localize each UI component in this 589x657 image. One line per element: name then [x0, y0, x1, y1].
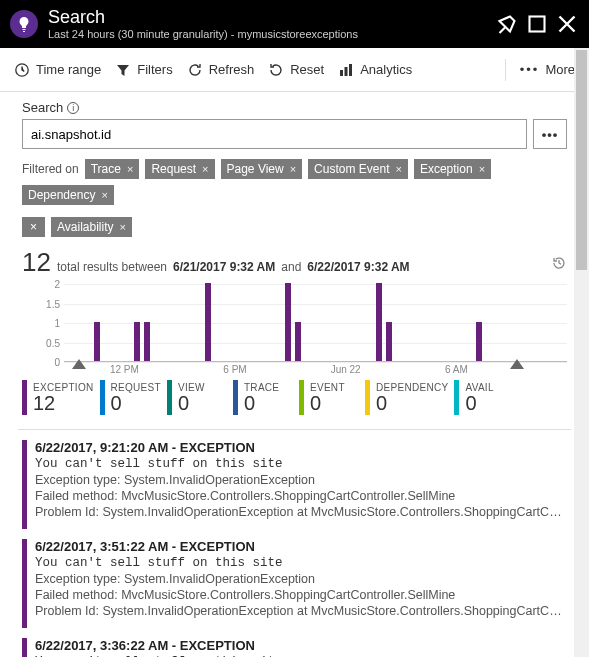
refresh-label: Refresh [209, 62, 255, 77]
history-icon[interactable] [551, 255, 567, 274]
info-icon[interactable]: i [67, 102, 79, 114]
filter-chip-x[interactable]: × [22, 217, 45, 237]
chart-bar[interactable] [376, 283, 382, 361]
filter-chips-row: Filtered on Trace×Request×Page View×Cust… [22, 159, 567, 237]
chip-label: Availability [57, 220, 113, 234]
close-button[interactable] [555, 12, 579, 36]
legend-count: 0 [465, 393, 514, 413]
chip-remove-icon[interactable]: × [101, 189, 107, 201]
timeline-chart[interactable]: 00.511.52 12 PM6 PMJun 226 AM [22, 284, 567, 372]
filter-chip[interactable]: Exception× [414, 159, 491, 179]
legend-count: 0 [178, 393, 227, 413]
result-heading: 6/22/2017, 3:36:22 AM - EXCEPTION [35, 638, 567, 653]
clock-icon [14, 62, 30, 78]
result-message: You can't sell stuff on this site [35, 556, 567, 570]
chart-xtick: Jun 22 [331, 364, 361, 375]
result-exception-type: Exception type: System.InvalidOperationE… [35, 473, 567, 487]
chip-remove-icon[interactable]: × [127, 163, 133, 175]
filters-button[interactable]: Filters [115, 62, 172, 78]
filter-chip[interactable]: Availability× [51, 217, 132, 237]
search-options-button[interactable]: ••• [533, 119, 567, 149]
chart-bar[interactable] [134, 322, 140, 361]
result-heading: 6/22/2017, 3:51:22 AM - EXCEPTION [35, 539, 567, 554]
search-label: Search i [22, 100, 567, 115]
result-item[interactable]: 6/22/2017, 3:51:22 AM - EXCEPTIONYou can… [22, 539, 567, 628]
insights-icon [10, 10, 38, 38]
chart-bar[interactable] [285, 283, 291, 361]
time-range-label: Time range [36, 62, 101, 77]
chip-label: Page View [227, 162, 284, 176]
results-divider [18, 429, 571, 430]
legend-item[interactable]: TRACE0 [233, 380, 293, 415]
analytics-icon [338, 62, 354, 78]
legend-count: 0 [310, 393, 359, 413]
filters-label: Filters [137, 62, 172, 77]
chart-xtick: 6 AM [445, 364, 468, 375]
chip-remove-icon[interactable]: × [202, 163, 208, 175]
result-item[interactable]: 6/22/2017, 3:36:22 AM - EXCEPTIONYou can… [22, 638, 567, 657]
search-input[interactable] [22, 119, 527, 149]
chart-bar[interactable] [144, 322, 150, 361]
filter-chip[interactable]: Request× [145, 159, 214, 179]
legend-count: 12 [33, 393, 94, 413]
refresh-button[interactable]: Refresh [187, 62, 255, 78]
svg-rect-0 [530, 17, 545, 32]
filter-icon [115, 62, 131, 78]
legend-item[interactable]: EVENT0 [299, 380, 359, 415]
chart-bar[interactable] [205, 283, 211, 361]
pin-button[interactable] [495, 12, 519, 36]
refresh-icon [187, 62, 203, 78]
chip-remove-icon[interactable]: × [290, 163, 296, 175]
toolbar: Time range Filters Refresh Reset Analyti… [0, 48, 589, 92]
result-problem-id: Problem Id: System.InvalidOperationExcep… [35, 604, 567, 618]
more-button[interactable]: ••• More [520, 62, 575, 77]
result-heading: 6/22/2017, 9:21:20 AM - EXCEPTION [35, 440, 567, 455]
chart-plot [64, 284, 567, 362]
chip-label: Exception [420, 162, 473, 176]
legend-item[interactable]: VIEW0 [167, 380, 227, 415]
result-failed-method: Failed method: MvcMusicStore.Controllers… [35, 588, 567, 602]
reset-button[interactable]: Reset [268, 62, 324, 78]
time-range-button[interactable]: Time range [14, 62, 101, 78]
legend-item[interactable]: AVAIL0 [454, 380, 514, 415]
window-header: Search Last 24 hours (30 minute granular… [0, 0, 589, 48]
chart-bar[interactable] [476, 322, 482, 361]
chart-yaxis: 00.511.52 [22, 284, 62, 362]
chip-label: Dependency [28, 188, 95, 202]
result-failed-method: Failed method: MvcMusicStore.Controllers… [35, 489, 567, 503]
analytics-button[interactable]: Analytics [338, 62, 412, 78]
chart-bar[interactable] [386, 322, 392, 361]
legend-item[interactable]: DEPENDENCY0 [365, 380, 448, 415]
chip-remove-icon[interactable]: × [120, 221, 126, 233]
svg-rect-2 [340, 70, 343, 76]
more-icon: ••• [520, 62, 540, 77]
content-area: Search i ••• Filtered on Trace×Request×P… [0, 92, 589, 657]
filter-chip[interactable]: Trace× [85, 159, 140, 179]
result-exception-type: Exception type: System.InvalidOperationE… [35, 572, 567, 586]
filter-chip[interactable]: Custom Event× [308, 159, 408, 179]
result-problem-id: Problem Id: System.InvalidOperationExcep… [35, 505, 567, 519]
page-subtitle: Last 24 hours (30 minute granularity) - … [48, 28, 489, 40]
chart-bar[interactable] [94, 322, 100, 361]
chart-xtick: 12 PM [110, 364, 139, 375]
filter-chip[interactable]: Dependency× [22, 185, 114, 205]
svg-rect-4 [349, 64, 352, 76]
chart-xaxis: 12 PM6 PMJun 226 AM [64, 364, 567, 378]
more-label: More [545, 62, 575, 77]
filter-chip[interactable]: Page View× [221, 159, 303, 179]
analytics-label: Analytics [360, 62, 412, 77]
result-item[interactable]: 6/22/2017, 9:21:20 AM - EXCEPTIONYou can… [22, 440, 567, 529]
legend-count: 0 [376, 393, 448, 413]
chart-xtick: 6 PM [223, 364, 246, 375]
legend-item[interactable]: EXCEPTION12 [22, 380, 94, 415]
chip-remove-icon[interactable]: × [479, 163, 485, 175]
result-message: You can't sell stuff on this site [35, 457, 567, 471]
maximize-button[interactable] [525, 12, 549, 36]
chart-bar[interactable] [295, 322, 301, 361]
legend-count: 0 [111, 393, 161, 413]
reset-label: Reset [290, 62, 324, 77]
toolbar-divider [505, 59, 506, 81]
results-summary: 12 total results between 6/21/2017 9:32 … [22, 247, 567, 278]
chip-remove-icon[interactable]: × [395, 163, 401, 175]
legend-item[interactable]: REQUEST0 [100, 380, 161, 415]
